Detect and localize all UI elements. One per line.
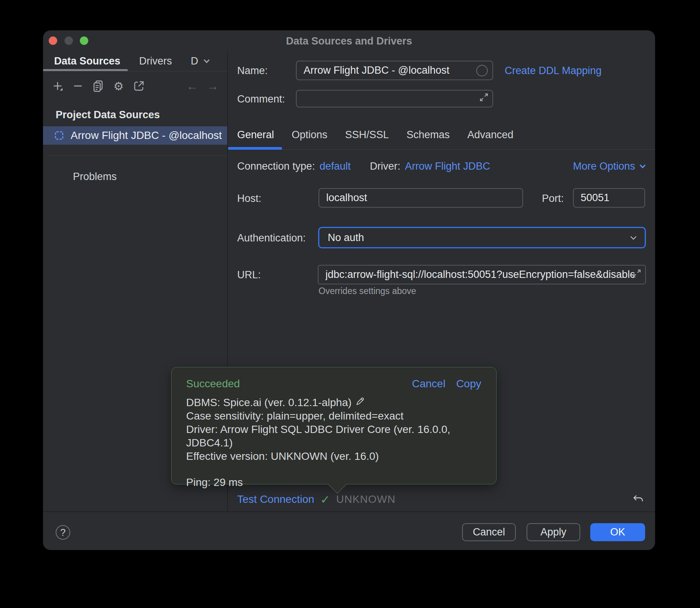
ping-line: Ping: 29 ms <box>186 476 496 489</box>
tab-ddl-mappings-truncated[interactable]: D <box>191 55 209 67</box>
test-connection-link[interactable]: Test Connection <box>237 493 314 506</box>
screen: Data Sources and Drivers Data Sources Dr… <box>0 0 700 608</box>
connection-type-label: Connection type: <box>237 160 315 172</box>
effective-version-line: Effective version: UNKNOWN (ver. 16.0) <box>186 449 496 463</box>
apply-button[interactable]: Apply <box>527 523 580 541</box>
sidebar-tabstrip: Data Sources Drivers D <box>43 51 227 71</box>
case-sensitivity-line: Case sensitivity: plain=upper, delimited… <box>186 409 496 423</box>
window-title: Data Sources and Drivers <box>43 35 655 47</box>
external-link-icon <box>132 79 146 93</box>
expand-icon[interactable] <box>479 92 489 106</box>
authentication-select[interactable]: No auth <box>318 227 646 248</box>
test-connection-result-popup: Succeeded Cancel Copy DBMS: Spice.ai (ve… <box>171 367 497 484</box>
driver-line: Driver: Arrow Flight SQL JDBC Driver Cor… <box>186 423 496 449</box>
tab-advanced[interactable]: Advanced <box>467 129 513 141</box>
project-data-sources-header: Project Data Sources <box>56 109 160 121</box>
footer-divider <box>43 511 655 512</box>
url-input[interactable]: jdbc:arrow-flight-sql://localhost:50051?… <box>318 265 646 284</box>
tab-data-sources[interactable]: Data Sources <box>54 55 121 67</box>
duplicate-datasource-button[interactable] <box>91 79 105 93</box>
data-sources-dialog: Data Sources and Drivers Data Sources Dr… <box>43 30 655 550</box>
settings-active-tab-indicator <box>228 147 282 150</box>
back-button[interactable]: ← <box>185 79 199 93</box>
driver-value[interactable]: Arrow Flight JDBC <box>405 160 490 172</box>
host-input[interactable]: localhost <box>319 188 523 208</box>
popup-copy-link[interactable]: Copy <box>456 378 481 390</box>
connection-type-row: Connection type: default Driver: Arrow F… <box>237 159 490 173</box>
tab-drivers[interactable]: Drivers <box>139 55 172 67</box>
connection-type-value[interactable]: default <box>320 160 351 172</box>
open-in-new-window-button[interactable] <box>132 79 146 93</box>
help-button[interactable]: ? <box>56 525 70 540</box>
url-label: URL: <box>237 269 261 281</box>
popup-actions: Cancel Copy <box>412 378 481 390</box>
problems-section-label[interactable]: Problems <box>73 171 117 183</box>
gear-icon: ⚙ <box>114 79 124 93</box>
settings-tabstrip-divider <box>228 149 655 150</box>
port-input[interactable]: 50051 <box>573 188 645 208</box>
popup-cancel-link[interactable]: Cancel <box>412 378 445 390</box>
add-datasource-button[interactable] <box>51 79 64 93</box>
copy-icon <box>91 79 105 93</box>
host-label: Host: <box>237 193 261 205</box>
undo-icon <box>632 493 645 506</box>
comment-input[interactable] <box>296 90 493 107</box>
name-label: Name: <box>237 65 268 77</box>
dbms-line: DBMS: Spice.ai (ver. 0.12.1-alpha) <box>186 396 496 409</box>
remove-datasource-button[interactable] <box>71 79 85 93</box>
cancel-button[interactable]: Cancel <box>462 523 516 541</box>
forward-button[interactable]: → <box>206 79 220 93</box>
minus-icon <box>71 79 85 93</box>
expand-icon[interactable] <box>631 268 642 281</box>
tab-options[interactable]: Options <box>292 129 327 141</box>
authentication-label: Authentication: <box>237 232 306 244</box>
plus-icon <box>51 79 64 93</box>
chevron-down-icon <box>631 233 637 240</box>
chevron-down-icon <box>203 57 210 63</box>
datasource-icon <box>55 131 63 140</box>
popup-details: DBMS: Spice.ai (ver. 0.12.1-alpha) Case … <box>186 396 496 489</box>
datasource-label: Arrow Flight JDBC - @localhost <box>71 129 222 142</box>
revert-button[interactable] <box>631 492 646 507</box>
tab-general[interactable]: General <box>237 129 274 141</box>
driver-label: Driver: <box>370 160 401 172</box>
ok-button[interactable]: OK <box>590 523 645 541</box>
datasource-properties-button[interactable]: ⚙ <box>112 79 125 93</box>
url-hint-text: Overrides settings above <box>319 286 416 296</box>
question-icon: ? <box>60 527 66 538</box>
tab-ssh-ssl[interactable]: SSH/SSL <box>345 129 389 141</box>
chevron-down-icon <box>640 162 646 168</box>
comment-label: Comment: <box>237 93 285 105</box>
success-check-icon: ✓ <box>320 493 330 506</box>
name-input[interactable]: Arrow Flight JDBC - @localhost <box>296 61 493 80</box>
test-result-text: UNKNOWN <box>336 493 396 506</box>
edit-pencil-icon[interactable] <box>355 396 365 409</box>
test-connection-row: Test Connection ✓ UNKNOWN <box>237 492 396 506</box>
authentication-value: No auth <box>328 232 364 244</box>
sidebar-separator <box>48 155 227 156</box>
datasource-toolbar: ⚙ ← → <box>51 77 220 95</box>
port-label: Port: <box>542 193 564 205</box>
more-options-button[interactable]: More Options <box>573 159 645 173</box>
progress-circle-icon <box>476 65 488 76</box>
create-ddl-mapping-link[interactable]: Create DDL Mapping <box>505 65 602 77</box>
tabstrip-divider <box>43 71 227 71</box>
status-badge: Succeeded <box>186 378 240 390</box>
settings-tabstrip: General Options SSH/SSL Schemas Advanced <box>237 127 513 142</box>
datasource-list-item-selected[interactable]: Arrow Flight JDBC - @localhost <box>43 126 227 145</box>
tab-schemas[interactable]: Schemas <box>406 129 450 141</box>
